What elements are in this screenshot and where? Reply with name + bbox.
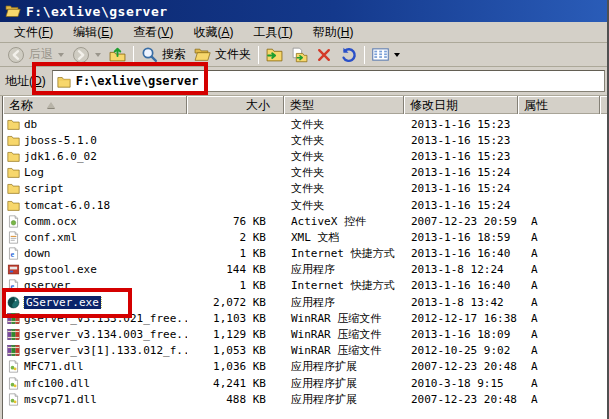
delete-button[interactable]	[312, 46, 336, 64]
file-row-db[interactable]: db文件夹2013-1-16 15:23	[3, 116, 607, 132]
address-field[interactable]: F:\exlive\gserver	[52, 70, 605, 92]
dll-icon	[7, 377, 20, 390]
file-row-script[interactable]: script文件夹2013-1-16 15:24	[3, 181, 607, 197]
file-date-cell: 2013-1-8 12:24	[404, 263, 518, 276]
file-name-cell: gserver_v3.133.021_free...	[3, 312, 187, 325]
folder-icon	[7, 150, 20, 163]
file-attr-cell: A	[518, 279, 600, 292]
file-row-gserver_v3.133.021_free...[interactable]: gserver_v3.133.021_free...1,103 KBWinRAR…	[3, 310, 607, 326]
file-attr-cell: A	[518, 328, 600, 341]
file-row-gserver_v3.134.003_free...[interactable]: gserver_v3.134.003_free...1,129 KBWinRAR…	[3, 326, 607, 342]
back-label: 后退	[29, 46, 53, 63]
folders-label: 文件夹	[215, 46, 251, 63]
title-bar[interactable]: F:\exlive\gserver	[0, 0, 607, 22]
search-label: 搜索	[162, 46, 186, 63]
address-value: F:\exlive\gserver	[76, 74, 199, 88]
activex-icon	[7, 215, 20, 228]
file-name: gserver_v3[1].133.012_f...	[24, 344, 187, 357]
move-to-button[interactable]	[262, 45, 287, 64]
back-dropdown-caret-icon[interactable]	[58, 53, 64, 57]
column-header-type[interactable]: 类型	[284, 96, 404, 114]
file-name: msvcp71.dll	[24, 393, 97, 406]
menu-item-edit[interactable]: 编辑(E)	[63, 21, 123, 44]
file-size-cell: 1,129 KB	[187, 328, 284, 341]
menu-item-help[interactable]: 帮助(H)	[303, 21, 364, 44]
file-row-jdk1.6.0_02[interactable]: jdk1.6.0_02文件夹2013-1-16 15:23	[3, 148, 607, 164]
views-dropdown-caret-icon[interactable]	[394, 53, 400, 57]
up-button[interactable]	[105, 45, 130, 64]
file-row-gserver[interactable]: egserver1 KBInternet 快捷方式2013-1-16 16:40…	[3, 278, 607, 294]
file-type-cell: 文件夹	[284, 149, 404, 164]
file-date-cell: 2013-1-16 15:23	[404, 150, 518, 163]
address-bar: 地址(D) F:\exlive\gserver	[0, 67, 607, 96]
svg-text:e: e	[10, 250, 14, 259]
column-header-date[interactable]: 修改日期	[404, 96, 518, 114]
views-button[interactable]	[368, 45, 404, 64]
folder-icon	[7, 199, 20, 212]
dll-icon	[7, 360, 20, 373]
file-attr-cell: A	[518, 344, 600, 357]
file-row-gpstool.exe[interactable]: gpstool.exe144 KB应用程序2013-1-8 12:24A	[3, 262, 607, 278]
delete-icon	[316, 47, 332, 63]
undo-button[interactable]	[336, 45, 361, 64]
file-type-cell: 文件夹	[284, 165, 404, 180]
undo-icon	[340, 46, 357, 63]
search-button[interactable]: 搜索	[137, 45, 190, 64]
file-row-GServer.exe[interactable]: GServer.exe2,072 KB应用程序2013-1-8 13:42A	[3, 294, 607, 310]
menu-item-view[interactable]: 查看(V)	[123, 21, 183, 44]
window-title: F:\exlive\gserver	[26, 4, 168, 19]
copy-to-icon	[291, 46, 308, 63]
copy-to-button[interactable]	[287, 45, 312, 64]
folder-icon	[57, 75, 71, 88]
file-row-gserver_v3[1].133.012_f...[interactable]: gserver_v3[1].133.012_f...1,053 KBWinRAR…	[3, 343, 607, 359]
winrar-icon	[7, 312, 20, 325]
gpstool-app-icon	[7, 263, 20, 276]
file-name-cell: db	[3, 118, 187, 131]
forward-icon	[72, 46, 90, 64]
file-name-cell: edown	[3, 247, 187, 260]
forward-dropdown-caret-icon[interactable]	[95, 53, 101, 57]
menu-item-favorites[interactable]: 收藏(A)	[183, 21, 243, 44]
file-row-jboss-5.1.0[interactable]: jboss-5.1.0文件夹2013-1-16 15:23	[3, 132, 607, 148]
file-size-cell: 1,053 KB	[187, 344, 284, 357]
file-name: gserver_v3.133.021_free...	[24, 312, 187, 325]
file-size-cell: 76 KB	[187, 215, 284, 228]
forward-button[interactable]	[68, 45, 105, 65]
folders-button[interactable]: 文件夹	[190, 45, 255, 64]
file-date-cell: 2013-1-16 18:09	[404, 328, 518, 341]
file-type-cell: Internet 快捷方式	[284, 246, 404, 261]
file-date-cell: 2012-12-17 16:38	[404, 312, 518, 325]
column-header-name[interactable]: 名称	[3, 96, 187, 114]
folder-icon	[7, 134, 20, 147]
file-row-Comm.ocx[interactable]: Comm.ocx76 KBActiveX 控件2007-12-23 20:59A	[3, 213, 607, 229]
file-name-cell: gserver_v3[1].133.012_f...	[3, 344, 187, 357]
file-name-cell: jdk1.6.0_02	[3, 150, 187, 163]
file-name: MFC71.dll	[24, 360, 84, 373]
file-attr-cell: A	[518, 393, 600, 406]
menu-item-tools[interactable]: 工具(T)	[243, 21, 302, 44]
move-to-icon	[266, 46, 283, 63]
sort-ascending-icon	[47, 102, 55, 108]
file-row-MFC71.dll[interactable]: MFC71.dll1,036 KB应用程序扩展2007-12-23 20:48A	[3, 359, 607, 375]
menu-item-file[interactable]: 文件(F)	[4, 21, 63, 44]
file-date-cell: 2013-1-16 15:24	[404, 182, 518, 195]
column-header-row: 名称大小类型修改日期属性	[3, 96, 607, 114]
file-attr-cell: A	[518, 296, 600, 309]
file-row-msvcp71.dll[interactable]: msvcp71.dll488 KB应用程序扩展2007-12-23 20:48A	[3, 391, 607, 407]
file-name-cell: mfc100.dll	[3, 377, 187, 390]
file-type-cell: 应用程序	[284, 262, 404, 277]
column-header-attr[interactable]: 属性	[518, 96, 600, 114]
column-header-size[interactable]: 大小	[187, 96, 284, 114]
file-row-mfc100.dll[interactable]: mfc100.dll4,241 KB应用程序扩展2010-3-18 9:15A	[3, 375, 607, 391]
file-type-cell: 文件夹	[284, 198, 404, 213]
file-row-Log[interactable]: Log文件夹2013-1-16 15:24	[3, 165, 607, 181]
column-header-label: 大小	[246, 97, 270, 114]
file-attr-cell: A	[518, 247, 600, 260]
file-name: mfc100.dll	[24, 377, 90, 390]
file-type-cell: WinRAR 压缩文件	[284, 343, 404, 358]
file-row-conf.xml[interactable]: conf.xml2 KBXML 文档2013-1-16 18:59A	[3, 229, 607, 245]
file-date-cell: 2013-1-16 15:23	[404, 134, 518, 147]
file-row-tomcat-6.0.18[interactable]: tomcat-6.0.18文件夹2013-1-16 15:24	[3, 197, 607, 213]
back-button[interactable]: 后退	[3, 45, 68, 65]
file-row-down[interactable]: edown1 KBInternet 快捷方式2013-1-16 16:40A	[3, 246, 607, 262]
